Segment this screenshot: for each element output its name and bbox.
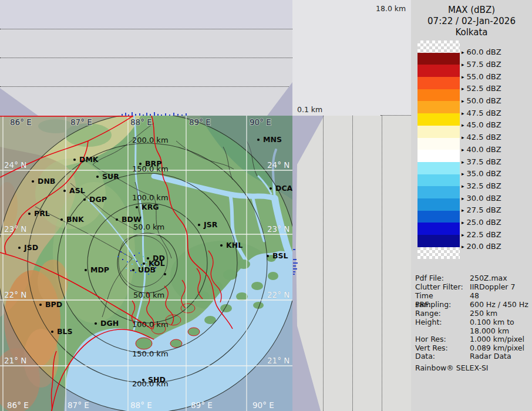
radar-echo [117, 256, 119, 257]
station-dot-unlabeled [164, 273, 166, 275]
latitude-label-left: 23° N [4, 224, 26, 234]
colorbar-band-10 [417, 162, 460, 174]
radar-echo [135, 272, 136, 273]
station-label-DMK: DMK [79, 155, 99, 164]
colorbar-label: ▸35.0 dBZ [462, 169, 501, 180]
longitude-label-top: 89° E [189, 117, 211, 127]
station-label-BDW: BDW [122, 215, 142, 224]
colorbar-label-text: 42.5 dBZ [467, 133, 501, 142]
longitude-label-bottom: 89° E [191, 400, 213, 410]
radar-echo [151, 270, 153, 271]
colorbar-label-text: 52.5 dBZ [467, 84, 501, 93]
legend-panel: MAX (dBZ) 07:22 / 02-Jan-2026 Kolkata ▸6… [411, 0, 532, 411]
colorbar-label: ▸30.0 dBZ [462, 194, 501, 204]
station-label-BPD: BPD [45, 300, 62, 309]
radar-echo [155, 267, 156, 268]
tick-arrow-icon: ▸ [462, 232, 464, 238]
station-dot-JSR [198, 224, 200, 226]
echo-tick [293, 265, 296, 267]
station-label-JSR: JSR [203, 220, 218, 229]
colorbar-label: ▸60.0 dBZ [462, 48, 501, 58]
colorbar-label-text: 22.5 dBZ [467, 230, 501, 239]
ring-distance-label: 200.0 km [132, 136, 169, 144]
station-dot-BSL [267, 255, 269, 257]
product-timestamp: 07:22 / 02-Jan-2026 [411, 16, 532, 26]
latitude-label-right: 21° N [267, 356, 289, 365]
ring-distance-label: 50.0 km [133, 223, 164, 231]
station-label-DGP: DGP [89, 195, 107, 204]
colorbar-label: ▸55.0 dBZ [462, 72, 501, 83]
station-label-PRL: PRL [34, 209, 50, 218]
station-label-BLS: BLS [57, 327, 73, 336]
metadata-label: Pdf File: [415, 274, 471, 282]
colorbar-label: ▸50.0 dBZ [462, 96, 501, 107]
ring-distance-label: 100.0 km [132, 320, 169, 329]
station-dot-BNK [60, 218, 63, 221]
product-title: MAX (dBZ) [411, 5, 532, 15]
colorbar-band-17 [417, 247, 460, 260]
radar-echo [120, 251, 122, 252]
tick-arrow-icon: ▸ [462, 196, 464, 201]
radar-echo [139, 252, 140, 254]
colorbar-label-text: 37.5 dBZ [467, 157, 501, 166]
metadata-value: Radar Data [470, 352, 531, 361]
colorbar-band-1 [417, 53, 460, 65]
radar-echo [130, 270, 132, 271]
colorbar-label-text: 60.0 dBZ [467, 48, 501, 56]
height-gridline [0, 29, 292, 29]
colorbar-label: ▸47.5 dBZ [462, 109, 501, 119]
station-dot-MNS [257, 139, 260, 141]
station-dot-SUR [96, 176, 99, 178]
echo-tick [293, 249, 295, 250]
station-label-ASL: ASL [69, 186, 85, 195]
tick-arrow-icon: ▸ [462, 74, 464, 80]
station-dot-UDB [132, 269, 134, 271]
station-dot-KOL [143, 262, 145, 265]
radar-echo [122, 259, 123, 260]
station-dot-PRL [28, 213, 31, 215]
station-label-KRG: KRG [142, 203, 159, 211]
colorbar-band-7 [417, 126, 460, 138]
radar-echo [126, 268, 127, 269]
longitude-label-top: 87° E [70, 117, 92, 127]
tick-arrow-icon: ▸ [462, 171, 464, 177]
tick-arrow-icon: ▸ [462, 122, 464, 128]
tick-arrow-icon: ▸ [462, 207, 464, 213]
tick-arrow-icon: ▸ [462, 183, 464, 189]
station-label-DGH: DGH [100, 319, 119, 328]
station-dot-KHL [220, 244, 223, 247]
radar-echo [124, 254, 126, 255]
tick-arrow-icon: ▸ [462, 159, 464, 165]
metadata-value: 1.000 km/pixel [470, 335, 531, 343]
radar-echo [127, 261, 128, 262]
station-name: Kolkata [411, 27, 532, 38]
station-dot-JSD [18, 247, 21, 249]
metadata-value: 250Z.max [470, 274, 531, 282]
station-dot-BDW [116, 218, 118, 221]
station-label-BSL: BSL [272, 251, 288, 260]
radar-echo [133, 259, 134, 260]
station-label-KHL: KHL [226, 241, 243, 250]
right-projection-panel [292, 116, 411, 411]
height-gridline [382, 116, 382, 411]
ring-distance-label: 100.0 km [132, 193, 169, 202]
colorbar-band-13 [417, 198, 460, 211]
colorbar-label-text: 47.5 dBZ [467, 109, 501, 117]
tick-arrow-icon: ▸ [462, 49, 464, 55]
colorbar-band-14 [417, 211, 460, 223]
echo-tick [293, 271, 295, 272]
station-label-BRP: BRP [145, 159, 161, 168]
station-label-SHD: SHD [148, 375, 166, 384]
latitude-label-right: 22° N [267, 290, 289, 299]
station-dot-DNB [32, 180, 34, 183]
latitude-label-right: 23° N [267, 224, 289, 234]
colorbar-band-11 [417, 174, 460, 187]
metadata-label: Height: [415, 318, 471, 326]
station-label-SUR: SUR [102, 172, 119, 181]
metadata-label: Data: [415, 352, 471, 361]
ring-distance-label: 150.0 km [132, 349, 169, 358]
colorbar-label-text: 45.0 dBZ [467, 120, 501, 129]
radar-echo [143, 256, 144, 257]
height-gridline [0, 58, 292, 58]
colorbar-label-text: 32.5 dBZ [467, 181, 501, 190]
